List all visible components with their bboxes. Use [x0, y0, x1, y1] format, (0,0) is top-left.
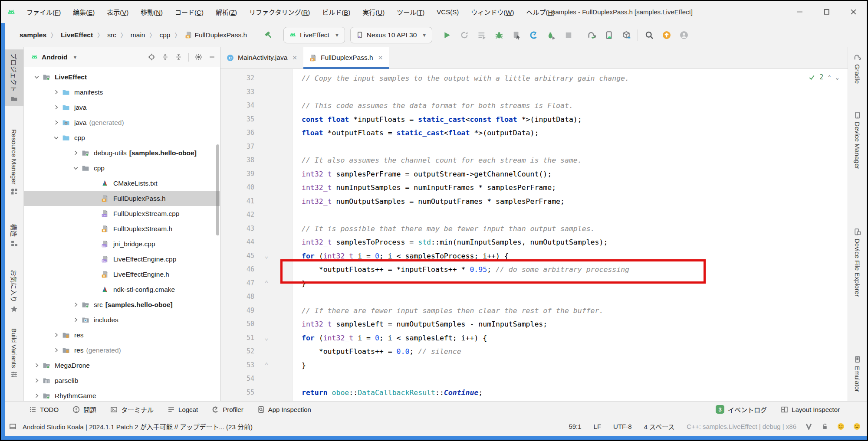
breadcrumb-item[interactable]: main	[129, 30, 147, 40]
tree-item-jni_bridge.cpp[interactable]: C++jni_bridge.cpp	[24, 236, 220, 252]
chevron-right-icon[interactable]	[71, 301, 80, 308]
chevron-right-icon[interactable]	[71, 317, 80, 323]
tool-window-button-Logcat[interactable]: Logcat	[161, 402, 205, 417]
tree-item-FullDuplexStream.h[interactable]: HFullDuplexStream.h	[24, 221, 220, 236]
build-hammer-icon[interactable]	[260, 26, 277, 44]
tree-item-parselib[interactable]: parselib	[24, 373, 220, 388]
chevron-right-icon[interactable]	[32, 392, 41, 399]
profiler-button[interactable]	[525, 26, 542, 44]
tool-window-button-Profiler[interactable]: Profiler	[205, 402, 250, 417]
chevron-right-icon[interactable]	[51, 104, 61, 111]
tool-stripe-構造[interactable]: 構造	[5, 220, 23, 251]
menu-ビルド(B)[interactable]: ビルド(B)	[317, 6, 355, 18]
tool-stripe-device-manager[interactable]: Device Manager	[848, 108, 867, 173]
tool-stripe-emulator[interactable]: Emulator	[848, 352, 867, 395]
chevron-right-icon[interactable]	[32, 377, 41, 384]
tree-item-src[interactable]: src [samples.hello-oboe]	[24, 297, 220, 312]
tree-item-cpp[interactable]: cpp	[24, 130, 220, 145]
target-icon[interactable]	[148, 53, 155, 61]
tree-item-RhythmGame[interactable]: RhythmGame	[24, 388, 220, 402]
maximize-button[interactable]	[813, 1, 840, 23]
inspection-widget[interactable]: 2 ⌃ ⌄	[809, 73, 839, 81]
collapse-all-icon[interactable]	[175, 53, 182, 61]
chevron-right-icon[interactable]	[51, 332, 61, 338]
tab-FullDuplexPass.h[interactable]: HFullDuplexPass.h✕	[303, 47, 389, 69]
chevron-down-icon[interactable]	[51, 134, 61, 141]
tool-window-switcher-icon[interactable]	[9, 423, 16, 430]
vcs-check-icon[interactable]	[805, 423, 812, 430]
menu-編集(E)[interactable]: 編集(E)	[68, 6, 99, 18]
chevron-down-icon[interactable]	[71, 165, 80, 171]
tree-item-MegaDrone[interactable]: MegaDrone	[24, 358, 220, 373]
gear-icon[interactable]	[195, 53, 202, 61]
play-button[interactable]	[438, 26, 456, 44]
tab-MainActivity.java[interactable]: CMainActivity.java✕	[220, 47, 303, 69]
menu-VCS(S)[interactable]: VCS(S)	[432, 7, 464, 17]
project-scrollbar[interactable]	[216, 144, 219, 235]
menu-解析(Z)[interactable]: 解析(Z)	[211, 6, 242, 18]
tool-stripe-Resource Manager[interactable]: Resource Manager	[5, 126, 23, 199]
tree-item-debug-utils[interactable]: debug-utils [samples.hello-oboe]	[24, 145, 220, 160]
tree-item-cpp[interactable]: cpp	[24, 160, 220, 176]
tool-stripe-プロジェクト[interactable]: プロジェクト	[5, 49, 23, 106]
status-item[interactable]: 59:1	[569, 423, 581, 430]
breadcrumb-item[interactable]: samples	[18, 30, 48, 40]
update-button[interactable]	[658, 26, 675, 44]
tool-stripe-gradle[interactable]: Gradle	[848, 50, 867, 87]
apply-changes-button[interactable]	[473, 26, 490, 44]
menu-ウィンドウ(W)[interactable]: ウィンドウ(W)	[466, 6, 519, 18]
tool-window-button-問題[interactable]: 問題	[66, 402, 103, 417]
fold-marker-icon[interactable]: ⌃	[262, 359, 271, 372]
fold-marker-icon[interactable]: ⌄	[262, 331, 271, 345]
menu-コード(C)[interactable]: コード(C)	[170, 6, 208, 18]
debug-bug-button[interactable]	[490, 26, 508, 44]
tree-item-manifests[interactable]: manifests	[24, 85, 220, 100]
smile-happy-icon[interactable]	[837, 423, 845, 430]
project-view-selector[interactable]: Android ▼	[31, 53, 77, 61]
chevron-right-icon[interactable]	[51, 89, 61, 95]
chevron-down-icon[interactable]	[32, 74, 41, 80]
minimize-button[interactable]	[786, 1, 813, 23]
chevron-right-icon[interactable]	[51, 119, 61, 126]
hide-icon[interactable]	[208, 53, 216, 61]
prev-problem-icon[interactable]: ⌃	[828, 74, 831, 81]
breadcrumb-item[interactable]: HFullDuplexPass.h	[183, 30, 249, 40]
tool-stripe-お気に入り[interactable]: お気に入り	[5, 266, 23, 316]
tree-item-java[interactable]: java	[24, 100, 220, 115]
stop-button[interactable]	[560, 26, 577, 44]
avatar-button[interactable]	[675, 26, 693, 44]
tree-item-FullDuplexStream.cpp[interactable]: C++FullDuplexStream.cpp	[24, 206, 220, 221]
expand-all-icon[interactable]	[161, 53, 169, 61]
tree-item-LiveEffect[interactable]: LiveEffect	[24, 69, 220, 85]
menu-実行(U)[interactable]: 実行(U)	[358, 6, 389, 18]
tree-item-FullDuplexPass.h[interactable]: HFullDuplexPass.h	[24, 191, 220, 206]
menu-リファクタリング(R)[interactable]: リファクタリング(R)	[244, 6, 315, 18]
tree-item-ndk-stl-config.cmake[interactable]: ndk-stl-config.cmake	[24, 282, 220, 297]
device-manager-button[interactable]	[600, 26, 618, 44]
fold-marker-icon[interactable]: ⌄	[262, 249, 271, 263]
tool-stripe-Build Variants[interactable]: Build Variants	[5, 325, 23, 382]
menu-移動(N)[interactable]: 移動(N)	[136, 6, 168, 18]
status-item[interactable]: 4 スペース	[644, 422, 675, 431]
rerun-button[interactable]	[456, 26, 473, 44]
tool-window-button-ターミナル[interactable]: ターミナル	[103, 402, 161, 417]
attach-debugger-button[interactable]	[542, 26, 560, 44]
tree-item-CMakeLists.txt[interactable]: CMakeLists.txt	[24, 176, 220, 191]
event-log-button[interactable]: 3 イベントログ	[709, 405, 774, 414]
tree-item-includes[interactable]: includes	[24, 312, 220, 327]
breadcrumb-item[interactable]: src	[105, 30, 118, 40]
chevron-right-icon[interactable]	[32, 362, 41, 369]
menu-ツール(T)[interactable]: ツール(T)	[392, 6, 429, 18]
close-tab-icon[interactable]: ✕	[292, 54, 297, 61]
tree-item-LiveEffectEngine.h[interactable]: HLiveEffectEngine.h	[24, 267, 220, 282]
chevron-right-icon[interactable]	[51, 347, 61, 353]
run-configuration-select[interactable]: LiveEffect ▼	[283, 27, 345, 43]
menu-表示(V)[interactable]: 表示(V)	[102, 6, 133, 18]
next-problem-icon[interactable]: ⌄	[835, 74, 839, 81]
close-tab-icon[interactable]: ✕	[378, 54, 383, 61]
tool-window-button-TODO[interactable]: TODO	[22, 402, 66, 417]
lock-icon[interactable]	[821, 423, 829, 430]
status-item[interactable]: UTF-8	[613, 423, 632, 430]
close-button[interactable]	[840, 1, 867, 23]
device-select[interactable]: Nexus 10 API 30 ▼	[350, 27, 432, 43]
